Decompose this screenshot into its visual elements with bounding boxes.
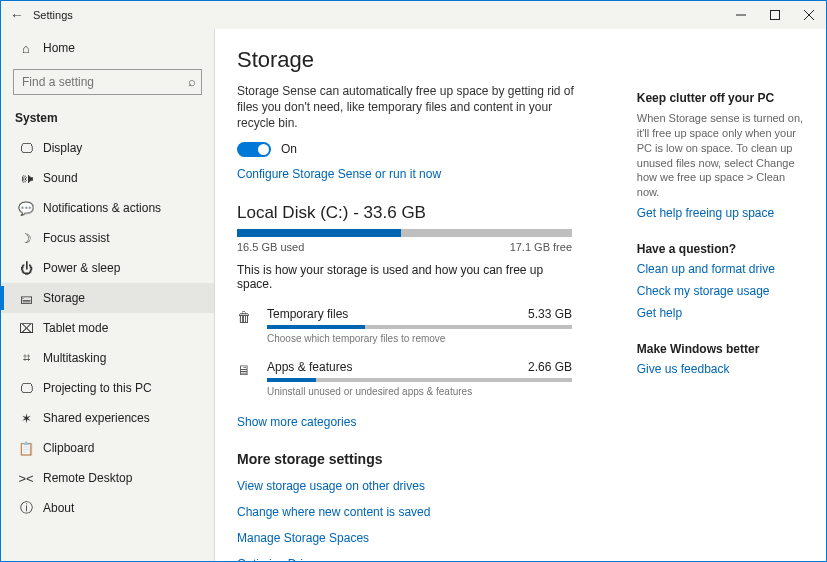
titlebar: ← Settings [1, 1, 826, 29]
disk-title: Local Disk (C:) - 33.6 GB [237, 203, 581, 223]
more-settings-heading: More storage settings [237, 451, 581, 467]
maximize-button[interactable] [758, 1, 792, 29]
multitask-icon: ⌗ [15, 350, 37, 366]
clipboard-icon: 📋 [15, 441, 37, 456]
minimize-button[interactable] [724, 1, 758, 29]
sidebar: ⌂ Home ⌕ System 🖵Display🕪Sound💬Notificat… [1, 29, 215, 561]
apps-icon: 🖥 [237, 360, 257, 397]
svg-rect-1 [771, 11, 780, 20]
disk-free-label: 17.1 GB free [510, 241, 572, 253]
sidebar-item-label: Power & sleep [43, 261, 120, 275]
sidebar-item-label: Clipboard [43, 441, 94, 455]
tip-text: When Storage sense is turned on, it'll f… [637, 111, 804, 200]
toggle-label: On [281, 142, 297, 156]
tip-link[interactable]: Get help freeing up space [637, 206, 804, 220]
search-container: ⌕ [13, 69, 202, 95]
category-size: 5.33 GB [528, 307, 572, 321]
sidebar-item-remote-desktop[interactable]: ><Remote Desktop [1, 463, 214, 493]
tip-heading: Keep clutter off your PC [637, 91, 804, 105]
disk-hint: This is how your storage is used and how… [237, 263, 581, 291]
sidebar-item-power-sleep[interactable]: ⏻Power & sleep [1, 253, 214, 283]
page-title: Storage [237, 47, 581, 73]
sidebar-item-clipboard[interactable]: 📋Clipboard [1, 433, 214, 463]
category-row[interactable]: 🖥Apps & features2.66 GBUninstall unused … [237, 360, 572, 397]
sidebar-item-multitasking[interactable]: ⌗Multitasking [1, 343, 214, 373]
sense-description: Storage Sense can automatically free up … [237, 83, 577, 132]
more-link[interactable]: View storage usage on other drives [237, 479, 581, 493]
storage-sense-toggle[interactable] [237, 142, 271, 157]
tablet-icon: ⌧ [15, 321, 37, 336]
storage-icon: 🖴 [15, 291, 37, 306]
feedback-heading: Make Windows better [637, 342, 804, 356]
category-row[interactable]: 🗑Temporary files5.33 GBChoose which temp… [237, 307, 572, 344]
help-link[interactable]: Get help [637, 306, 804, 320]
close-button[interactable] [792, 1, 826, 29]
sidebar-item-storage[interactable]: 🖴Storage [1, 283, 214, 313]
sidebar-item-display[interactable]: 🖵Display [1, 133, 214, 163]
category-bar [267, 378, 572, 382]
sound-icon: 🕪 [15, 171, 37, 186]
sidebar-item-home[interactable]: ⌂ Home [1, 33, 214, 63]
trash-icon: 🗑 [237, 307, 257, 344]
category-bar [267, 325, 572, 329]
focus-icon: ☽ [15, 231, 37, 246]
sidebar-item-label: Focus assist [43, 231, 110, 245]
category-name: Apps & features [267, 360, 352, 374]
more-link[interactable]: Change where new content is saved [237, 505, 581, 519]
more-link[interactable]: Optimize Drives [237, 557, 581, 561]
power-icon: ⏻ [15, 261, 37, 276]
configure-sense-link[interactable]: Configure Storage Sense or run it now [237, 167, 581, 181]
category-sub: Choose which temporary files to remove [267, 333, 572, 344]
sidebar-item-label: Shared experiences [43, 411, 150, 425]
sidebar-item-label: Notifications & actions [43, 201, 161, 215]
feedback-link[interactable]: Give us feedback [637, 362, 804, 376]
disk-used-label: 16.5 GB used [237, 241, 304, 253]
sidebar-group-head: System [1, 107, 214, 133]
sidebar-item-focus-assist[interactable]: ☽Focus assist [1, 223, 214, 253]
question-heading: Have a question? [637, 242, 804, 256]
show-more-categories-link[interactable]: Show more categories [237, 415, 581, 429]
search-icon: ⌕ [188, 74, 196, 89]
help-link[interactable]: Clean up and format drive [637, 262, 804, 276]
search-input[interactable] [13, 69, 202, 95]
window-title: Settings [33, 9, 73, 21]
home-icon: ⌂ [15, 41, 37, 56]
notifications-icon: 💬 [15, 201, 37, 216]
sidebar-item-tablet-mode[interactable]: ⌧Tablet mode [1, 313, 214, 343]
sidebar-item-label: Projecting to this PC [43, 381, 152, 395]
disk-usage-bar [237, 229, 572, 237]
sidebar-item-label: Tablet mode [43, 321, 108, 335]
sidebar-item-sound[interactable]: 🕪Sound [1, 163, 214, 193]
sidebar-item-label: Remote Desktop [43, 471, 132, 485]
sidebar-item-notifications-actions[interactable]: 💬Notifications & actions [1, 193, 214, 223]
help-link[interactable]: Check my storage usage [637, 284, 804, 298]
display-icon: 🖵 [15, 141, 37, 156]
more-link[interactable]: Manage Storage Spaces [237, 531, 581, 545]
sidebar-item-label: Sound [43, 171, 78, 185]
sidebar-item-label: Display [43, 141, 82, 155]
remote-icon: >< [15, 471, 37, 486]
back-button[interactable]: ← [1, 7, 33, 23]
sidebar-item-projecting-to-this-pc[interactable]: 🖵Projecting to this PC [1, 373, 214, 403]
category-size: 2.66 GB [528, 360, 572, 374]
about-icon: ⓘ [15, 499, 37, 517]
sidebar-item-label: About [43, 501, 74, 515]
projecting-icon: 🖵 [15, 381, 37, 396]
sidebar-item-about[interactable]: ⓘAbout [1, 493, 214, 523]
sidebar-item-label: Multitasking [43, 351, 106, 365]
sidebar-item-shared-experiences[interactable]: ✶Shared experiences [1, 403, 214, 433]
sidebar-home-label: Home [43, 41, 75, 55]
shared-icon: ✶ [15, 411, 37, 426]
category-name: Temporary files [267, 307, 348, 321]
category-sub: Uninstall unused or undesired apps & fea… [267, 386, 572, 397]
sidebar-item-label: Storage [43, 291, 85, 305]
